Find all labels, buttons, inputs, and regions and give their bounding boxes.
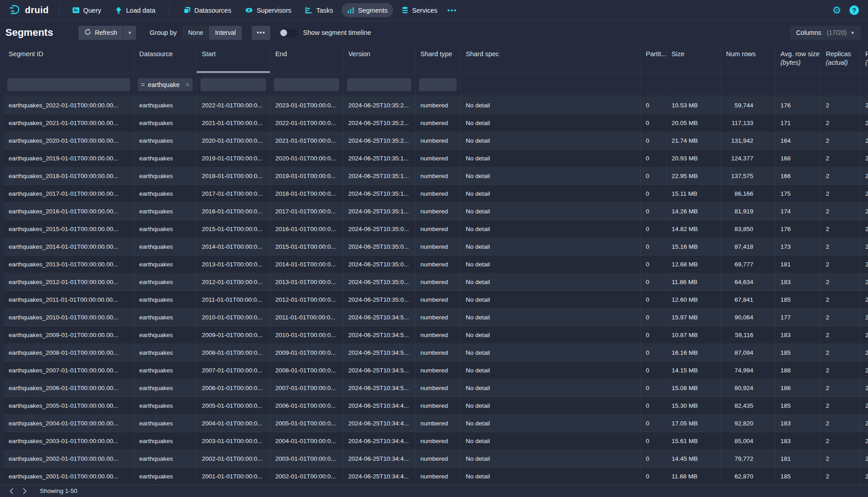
cell-start: 2009-01-01T00:00:0... [197, 326, 270, 344]
column-header-replicas[interactable]: Replicas(actual) [821, 45, 860, 73]
cell-partition: 0 [641, 114, 667, 132]
cell-num-rows: 81,919 [721, 203, 775, 220]
table-row[interactable]: earthquakes_2018-01-01T00:00:00.00...ear… [4, 167, 868, 185]
previous-page-button[interactable] [5, 486, 18, 497]
table-row[interactable]: earthquakes_2016-01-01T00:00:00.00...ear… [4, 203, 868, 220]
column-header-end[interactable]: End [270, 45, 343, 73]
filter-input-end[interactable] [274, 78, 339, 91]
cell-replicas: 2 [821, 150, 860, 167]
refresh-button[interactable]: Refresh [78, 26, 123, 40]
column-header-size[interactable]: Size [667, 45, 721, 73]
help-icon[interactable]: ? [849, 5, 859, 15]
showing-range-label: Showing 1-50 [40, 487, 78, 494]
table-row[interactable]: earthquakes_2002-01-01T00:00:00.00...ear… [4, 450, 868, 468]
num-rows-value: 69,777 [726, 261, 753, 268]
table-row[interactable]: earthquakes_2006-01-01T00:00:00.00...ear… [4, 379, 868, 397]
table-row[interactable]: earthquakes_2005-01-01T00:00:00.00...ear… [4, 397, 868, 415]
toggle-knob [280, 29, 287, 36]
nav-divider [59, 5, 59, 16]
cell-shard-type: numbered [415, 114, 461, 132]
column-header-start[interactable]: Start [197, 45, 270, 73]
table-row[interactable]: earthquakes_2008-01-01T00:00:00.00...ear… [4, 344, 868, 362]
brand[interactable]: druid [6, 4, 52, 17]
table-row[interactable]: earthquakes_2013-01-01T00:00:00.00...ear… [4, 256, 868, 273]
nav-item-datasources[interactable]: Datasources [178, 3, 237, 17]
cell-cutoff-column: 2 [860, 97, 868, 114]
nav-item-segments[interactable]: Segments [341, 3, 393, 17]
cell-end: 2009-01-01T00:00:0... [270, 344, 343, 362]
cell-datasource: earthquakes [134, 203, 197, 220]
table-row[interactable]: earthquakes_2019-01-01T00:00:00.00...ear… [4, 150, 868, 167]
cell-segment-id: earthquakes_2008-01-01T00:00:00.00... [4, 344, 134, 362]
cell-start: 2002-01-01T00:00:0... [197, 450, 270, 468]
column-header-shard-spec[interactable]: Shard spec [461, 45, 641, 73]
refresh-dropdown-button[interactable]: ▼ [123, 26, 136, 40]
cell-num-rows: 87,418 [721, 238, 775, 256]
settings-gear-icon[interactable]: ⚙ [832, 5, 841, 15]
table-row[interactable]: earthquakes_2015-01-01T00:00:00.00...ear… [4, 220, 868, 238]
cell-size: 15.61 MB [667, 432, 721, 450]
cell-datasource: earthquakes [134, 132, 197, 150]
cell-num-rows: 83,850 [721, 220, 775, 238]
cell-cutoff-column: 2 [860, 256, 868, 273]
group-by-none-button[interactable]: None [182, 26, 209, 40]
column-header-r[interactable]: R( [860, 45, 868, 73]
table-row[interactable]: earthquakes_2014-01-01T00:00:00.00...ear… [4, 238, 868, 256]
nav-item-supervisors[interactable]: Supervisors [239, 3, 297, 17]
cell-datasource: earthquakes [134, 238, 197, 256]
table-row[interactable]: earthquakes_2001-01-01T00:00:00.00...ear… [4, 468, 868, 484]
nav-item-services[interactable]: Services [396, 3, 443, 17]
group-by-interval-button[interactable]: Interval [209, 26, 242, 40]
filter-input-start[interactable] [200, 78, 266, 91]
cell-avg-row-size: 185 [775, 344, 821, 362]
nav-item-query[interactable]: Query [67, 3, 107, 17]
table-row[interactable]: earthquakes_2011-01-01T00:00:00.00...ear… [4, 291, 868, 309]
column-header-segment-id[interactable]: Segment ID [4, 45, 134, 73]
table-row[interactable]: earthquakes_2017-01-01T00:00:00.00...ear… [4, 185, 868, 203]
column-header-partit[interactable]: Partit... [641, 45, 667, 73]
more-actions-button[interactable]: ••• [252, 26, 270, 40]
column-header-datasource[interactable]: Datasource [134, 45, 197, 73]
nav-item-label: Load data [126, 7, 156, 14]
table-row[interactable]: earthquakes_2003-01-01T00:00:00.00...ear… [4, 432, 868, 450]
cell-num-rows: 87,094 [721, 344, 775, 362]
filter-cell-shard-type [415, 73, 461, 95]
filter-input-shard-type[interactable] [419, 78, 457, 91]
filter-input-version[interactable] [347, 78, 411, 91]
segment-timeline-toggle[interactable] [279, 29, 297, 37]
column-header-version[interactable]: Version [343, 45, 415, 73]
cell-end: 2019-01-01T00:00:0... [270, 167, 343, 185]
cell-size: 12.60 MB [667, 291, 721, 309]
cell-version: 2024-06-25T10:35:0... [343, 273, 415, 291]
table-row[interactable]: earthquakes_2007-01-01T00:00:00.00...ear… [4, 362, 868, 379]
next-page-button[interactable] [18, 486, 32, 497]
column-header-num-rows[interactable]: Num rows [721, 45, 775, 73]
num-rows-value: 74,994 [726, 367, 753, 374]
table-row[interactable]: earthquakes_2020-01-01T00:00:00.00...ear… [4, 132, 868, 150]
cell-cutoff-column: 2 [860, 415, 868, 432]
table-row[interactable]: earthquakes_2010-01-01T00:00:00.00...ear… [4, 309, 868, 326]
cell-cutoff-column: 2 [860, 397, 868, 415]
nav-more-button[interactable]: ••• [443, 4, 462, 17]
table-row[interactable]: earthquakes_2009-01-01T00:00:00.00...ear… [4, 326, 868, 344]
filter-input-segment-id[interactable] [7, 78, 130, 91]
nav-item-load-data[interactable]: Load data [109, 3, 161, 17]
num-rows-value: 64,634 [726, 279, 753, 285]
cell-avg-row-size: 177 [775, 309, 821, 326]
num-rows-value: 82,435 [726, 402, 753, 409]
cell-end: 2005-01-01T00:00:0... [270, 415, 343, 432]
filter-input-datasource[interactable]: =earthquake× [138, 78, 193, 91]
column-header-avg-row-size[interactable]: Avg. row size(bytes) [775, 45, 821, 73]
clear-filter-icon[interactable]: × [185, 81, 190, 88]
cell-version: 2024-06-25T10:34:4... [343, 468, 415, 484]
columns-button[interactable]: Columns (17/20) ▼ [790, 26, 861, 40]
cell-cutoff-column: 2 [860, 203, 868, 220]
druid-logo-icon [9, 4, 21, 17]
column-header-shard-type[interactable]: Shard type [415, 45, 461, 73]
table-row[interactable]: earthquakes_2021-01-01T00:00:00.00...ear… [4, 114, 868, 132]
table-row[interactable]: earthquakes_2012-01-01T00:00:00.00...ear… [4, 273, 868, 291]
cell-num-rows: 117,133 [721, 114, 775, 132]
table-row[interactable]: earthquakes_2022-01-01T00:00:00.00...ear… [4, 97, 868, 114]
table-row[interactable]: earthquakes_2004-01-01T00:00:00.00...ear… [4, 415, 868, 432]
nav-item-tasks[interactable]: Tasks [299, 3, 338, 17]
